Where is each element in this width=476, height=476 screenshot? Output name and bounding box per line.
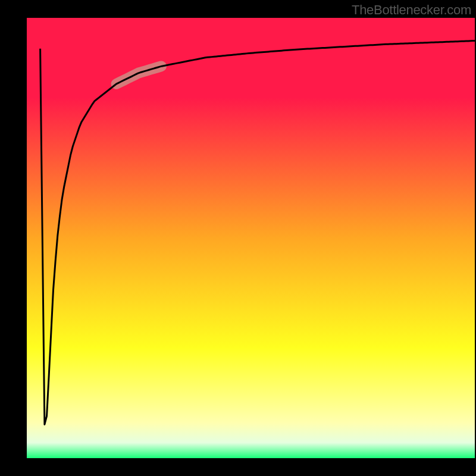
bottleneck-chart: TheBottlenecker.com (0, 0, 476, 476)
watermark-text: TheBottlenecker.com (352, 2, 471, 18)
chart-canvas (0, 0, 476, 476)
plot-background (27, 18, 475, 458)
